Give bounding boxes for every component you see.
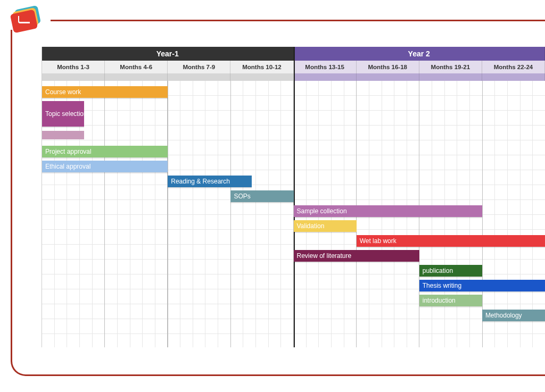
subheader-cell (357, 73, 419, 81)
month-header-cell: Months 22-24 (482, 61, 545, 73)
year-divider (294, 47, 295, 347)
subheader-cell (230, 73, 293, 81)
month-header-cell: Months 16-18 (357, 61, 419, 73)
gantt-grid: Course workTopic selectionProject approv… (42, 81, 545, 347)
gantt-bar: Thesis writing (419, 280, 545, 291)
month-header-cell: Months 13-15 (294, 61, 357, 73)
gantt-bar: Wet lab work (357, 235, 545, 247)
subheader-cell (168, 73, 230, 81)
gantt-bar: Reading & Research (168, 176, 252, 187)
year-header-cell: Year-1 (42, 47, 294, 61)
gantt-bar: SOPs (230, 190, 293, 202)
subheader-cell (105, 73, 168, 81)
subheader-cell (42, 73, 105, 81)
gantt-bar (42, 131, 84, 139)
month-header-cell: Months 19-21 (419, 61, 482, 73)
gantt-bar: introduction (419, 295, 482, 306)
subheader-cell (294, 73, 357, 81)
gantt-bar: Project approval (42, 146, 168, 157)
gantt-bar: Topic selection (42, 101, 84, 127)
gantt-bar: Methodology (482, 310, 545, 321)
gantt-bar: Ethical approval (42, 161, 168, 172)
gantt-bar: Course work (42, 86, 168, 98)
month-header-cell: Months 10-12 (230, 61, 293, 73)
header-divider (51, 20, 545, 21)
subheader-cell (419, 73, 482, 81)
gantt-bar: publication (419, 265, 482, 277)
gantt-chart: Year-1Year 2 Months 1-3Months 4-6Months … (42, 47, 545, 347)
year-header-cell: Year 2 (294, 47, 546, 61)
gantt-bar: Sample collection (294, 205, 482, 217)
subheader-cell (482, 73, 545, 81)
month-header-cell: Months 7-9 (168, 61, 230, 73)
gantt-bar: Review of literature (294, 250, 419, 262)
slide-page: Year-1Year 2 Months 1-3Months 4-6Months … (0, 0, 545, 392)
month-header-cell: Months 4-6 (105, 61, 168, 73)
gantt-bar: Validation (294, 220, 357, 232)
month-header-cell: Months 1-3 (42, 61, 105, 73)
brand-logo (11, 6, 43, 33)
